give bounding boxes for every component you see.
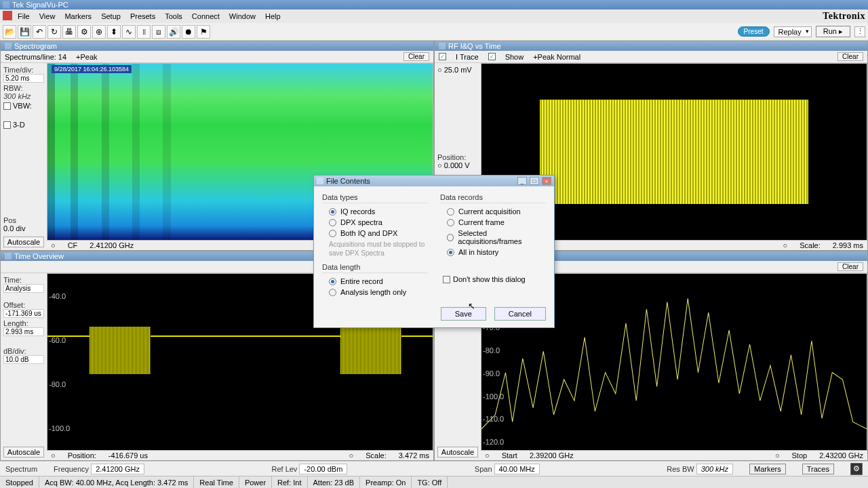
record-icon[interactable]: ⏺ — [182, 25, 195, 39]
peak-label: +Peak — [76, 53, 98, 61]
y-tick: -40.0 — [49, 292, 71, 300]
reflev-value[interactable]: -20.00 dBm — [299, 464, 347, 474]
radio-all-history[interactable]: All in history — [447, 248, 546, 256]
panel-title-text: Spectrogram — [14, 42, 57, 50]
position-label: Position: — [437, 153, 478, 161]
print-icon[interactable]: 🖶 — [62, 25, 76, 39]
close-icon[interactable]: × — [542, 177, 551, 185]
y-axis-value: 25.0 mV — [444, 66, 472, 74]
replay-combo[interactable]: Replay — [774, 26, 812, 37]
menu-view[interactable]: View — [35, 11, 60, 22]
menu-setup[interactable]: Setup — [97, 11, 125, 22]
radio-current-frame[interactable]: Current frame — [447, 218, 546, 226]
app-menu-icon[interactable] — [3, 11, 12, 20]
audio-icon[interactable]: 🔊 — [167, 25, 180, 39]
y-tick: -100.0 — [483, 392, 510, 401]
menu-tools[interactable]: Tools — [161, 11, 186, 22]
radio-iq-records[interactable]: IQ records — [329, 207, 428, 216]
panel-icon — [5, 253, 12, 260]
autoscale-button[interactable]: Autoscale — [3, 237, 44, 247]
y-tick: -80.0 — [49, 380, 71, 388]
frequency-value[interactable]: 2.41200 GHz — [91, 464, 144, 474]
pos-value: 0.0 div — [3, 224, 44, 232]
cursor-icon[interactable]: ⫴ — [137, 25, 151, 39]
show-checkbox[interactable]: ✓ — [488, 53, 496, 60]
radio-analysis-only[interactable]: Analysis length only — [329, 288, 428, 296]
span-value[interactable]: 40.00 MHz — [494, 464, 540, 474]
autoscale-button[interactable]: Autoscale — [3, 447, 44, 458]
3d-checkbox[interactable] — [3, 121, 11, 129]
start-label: Start — [502, 451, 517, 460]
settings-gear-icon[interactable]: ⚙ — [850, 463, 863, 475]
span-label: Span — [475, 465, 492, 473]
spectrums-label: Spectrums/line: 14 — [5, 53, 66, 61]
save-icon[interactable]: 💾 — [18, 25, 31, 39]
peak-icon[interactable]: ⬍ — [107, 25, 121, 39]
show-label: Show — [505, 53, 524, 61]
status-power: Power — [239, 476, 272, 488]
traces-button[interactable]: Traces — [802, 464, 834, 474]
rbw-value: 300 kHz — [3, 92, 44, 100]
clear-button[interactable]: Clear — [403, 52, 429, 61]
radio-entire-record[interactable]: Entire record — [329, 277, 428, 285]
gear-icon[interactable]: ⚙ — [77, 25, 91, 39]
dialog-icon — [317, 178, 323, 184]
menubar: File View Markers Setup Presets Tools Co… — [0, 9, 868, 23]
time-combo[interactable]: Analysis — [3, 284, 44, 293]
clear-button[interactable]: Clear — [837, 262, 863, 271]
statusbar: Stopped Acq BW: 40.00 MHz, Acq Length: 3… — [0, 476, 868, 488]
run-button[interactable]: Run ▸ — [816, 26, 850, 37]
radio-current-acq[interactable]: Current acquisition — [447, 207, 546, 216]
app-icon — [3, 1, 9, 8]
undo-icon[interactable]: ↶ — [33, 25, 46, 39]
maximize-icon[interactable]: □ — [530, 177, 539, 185]
trace-label: I Trace — [456, 53, 479, 61]
y-tick: -90.0 — [483, 369, 510, 378]
preset-button[interactable]: Preset — [738, 26, 770, 37]
spectrum-label: Spectrum — [5, 465, 37, 473]
pos-label: Pos — [3, 216, 44, 224]
refresh-icon[interactable]: ↻ — [47, 25, 61, 39]
datatypes-note: Acquisitions must be stopped to save DPX… — [329, 240, 428, 258]
marker-icon[interactable]: ⊕ — [92, 25, 106, 39]
markers-button[interactable]: Markers — [749, 464, 786, 474]
menu-markers[interactable]: Markers — [60, 11, 96, 22]
start-value: 2.39200 GHz — [530, 451, 574, 460]
timediv-value[interactable]: 5.20 ms — [3, 74, 44, 83]
stop-value: 2.43200 GHz — [819, 451, 863, 460]
y-tick: -60.0 — [49, 336, 71, 344]
position-value: -416.679 us — [108, 451, 148, 460]
vbw-checkbox[interactable] — [3, 102, 11, 110]
dont-show-checkbox[interactable]: Don't show this dialog — [443, 275, 546, 283]
offset-value[interactable]: -171.369 us — [3, 309, 44, 318]
open-icon[interactable]: 📂 — [3, 25, 16, 39]
chart-icon[interactable]: ⧇ — [152, 25, 165, 39]
length-value[interactable]: 2.993 ms — [3, 327, 44, 336]
status-preamp: Preamp: On — [360, 476, 412, 488]
menu-connect[interactable]: Connect — [188, 11, 224, 22]
cancel-button[interactable]: Cancel — [494, 307, 546, 321]
radio-selected[interactable]: Selected acquisitions/frames — [447, 229, 546, 245]
dialog-title: File Contents — [326, 177, 370, 185]
overflow-icon[interactable]: ⋮ — [854, 26, 865, 37]
radio-dpx-spectra[interactable]: DPX spectra — [329, 218, 428, 226]
menu-window[interactable]: Window — [225, 11, 260, 22]
panel-title-text: Time Overview — [14, 252, 64, 260]
signal-icon[interactable]: ∿ — [122, 25, 136, 39]
radio-both-iq-dpx[interactable]: Both IQ and DPX — [329, 229, 428, 237]
trace-checkbox[interactable]: ✓ — [439, 53, 446, 60]
status-stopped: Stopped — [0, 476, 39, 488]
menu-help[interactable]: Help — [261, 11, 285, 22]
save-button[interactable]: Save — [441, 307, 486, 321]
resbw-value[interactable]: 300 kHz — [696, 464, 733, 474]
menu-file[interactable]: File — [14, 11, 34, 22]
autoscale-button[interactable]: Autoscale — [437, 447, 478, 458]
menu-presets[interactable]: Presets — [126, 11, 159, 22]
dbdiv-value[interactable]: 10.0 dB — [3, 355, 44, 364]
rbw-label: RBW: — [3, 84, 44, 92]
flag-icon[interactable]: ⚑ — [197, 25, 210, 39]
panel-icon — [439, 43, 446, 49]
clear-button[interactable]: Clear — [837, 52, 863, 61]
minimize-icon[interactable]: _ — [517, 177, 527, 185]
status-acq: Acq BW: 40.00 MHz, Acq Length: 3.472 ms — [39, 476, 194, 488]
